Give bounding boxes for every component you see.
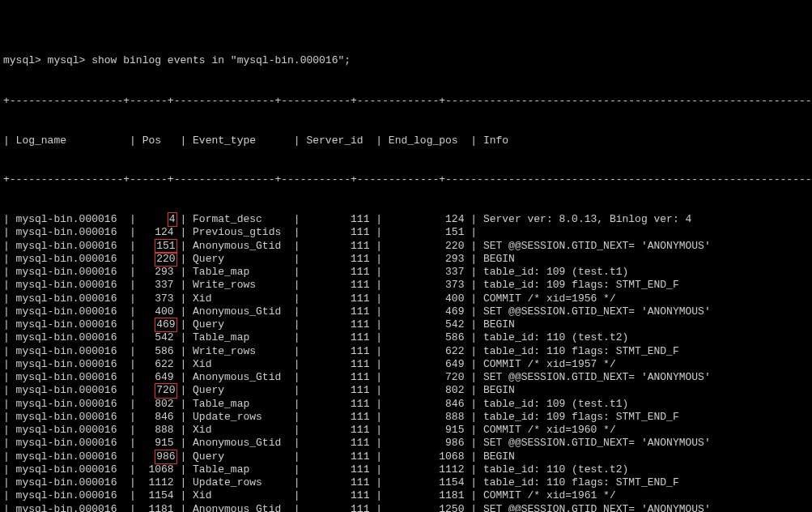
cell-server: 111 bbox=[306, 318, 369, 331]
cell-logname: mysql-bin.000016 bbox=[16, 345, 124, 358]
cell-endpos: 1154 bbox=[389, 476, 465, 489]
cell-server: 111 bbox=[306, 371, 369, 384]
cell-endpos: 400 bbox=[389, 292, 465, 305]
cell-server: 111 bbox=[306, 305, 369, 318]
cell-pos: 373 bbox=[142, 292, 174, 305]
cell-event: Table_map bbox=[193, 463, 287, 476]
cell-info: table_id: 110 flags: STMT_END_F bbox=[483, 345, 679, 358]
table-border-top: +------------------+------+-------------… bbox=[3, 95, 809, 108]
cell-endpos: 1181 bbox=[389, 489, 465, 502]
table-row: | mysql-bin.000016 | 586 | Write_rows | … bbox=[3, 345, 809, 358]
cell-logname: mysql-bin.000016 bbox=[16, 398, 124, 411]
cell-pos: 622 bbox=[142, 358, 174, 371]
cell-event: Previous_gtids bbox=[193, 226, 287, 239]
cell-info: COMMIT /* xid=1960 */ bbox=[483, 424, 616, 437]
table-row: | mysql-bin.000016 | 4 | Format_desc | 1… bbox=[3, 213, 809, 226]
cell-event: Write_rows bbox=[193, 345, 287, 358]
cell-endpos: 802 bbox=[389, 384, 465, 397]
cell-pos: 293 bbox=[142, 266, 174, 279]
table-header-row: | Log_name | Pos | Event_type | Server_i… bbox=[3, 134, 809, 147]
cell-info: SET @@SESSION.GTID_NEXT= 'ANONYMOUS' bbox=[483, 305, 711, 318]
cell-server: 111 bbox=[306, 345, 369, 358]
mysql-prompt[interactable]: mysql> mysql> show binlog events in "mys… bbox=[3, 54, 809, 67]
cell-info: BEGIN bbox=[483, 318, 515, 331]
table-row: | mysql-bin.000016 | 124 | Previous_gtid… bbox=[3, 226, 809, 239]
cell-endpos: 1250 bbox=[389, 503, 465, 513]
table-row: | mysql-bin.000016 | 220 | Query | 111 |… bbox=[3, 253, 809, 266]
col-header-event: Event_type bbox=[193, 134, 287, 147]
table-row: | mysql-bin.000016 | 1154 | Xid | 111 | … bbox=[3, 489, 809, 502]
cell-endpos: 915 bbox=[389, 424, 465, 437]
cell-logname: mysql-bin.000016 bbox=[16, 437, 124, 450]
table-row: | mysql-bin.000016 | 720 | Query | 111 |… bbox=[3, 384, 809, 397]
cell-logname: mysql-bin.000016 bbox=[16, 411, 124, 424]
cell-info: COMMIT /* xid=1956 */ bbox=[483, 292, 616, 305]
cell-event: Update_rows bbox=[193, 411, 287, 424]
table-row: | mysql-bin.000016 | 649 | Anonymous_Gti… bbox=[3, 371, 809, 384]
cell-info: table_id: 110 flags: STMT_END_F bbox=[483, 476, 679, 489]
cell-logname: mysql-bin.000016 bbox=[16, 331, 124, 344]
cell-endpos: 469 bbox=[389, 305, 465, 318]
cell-logname: mysql-bin.000016 bbox=[16, 358, 124, 371]
cell-info: BEGIN bbox=[483, 253, 515, 266]
cell-server: 111 bbox=[306, 437, 369, 450]
cell-endpos: 720 bbox=[389, 371, 465, 384]
cell-info: table_id: 110 (test.t2) bbox=[483, 463, 628, 476]
table-row: | mysql-bin.000016 | 1112 | Update_rows … bbox=[3, 476, 809, 489]
cell-server: 111 bbox=[306, 450, 369, 463]
cell-endpos: 1112 bbox=[389, 463, 465, 476]
cell-event: Query bbox=[193, 384, 287, 397]
cell-server: 111 bbox=[306, 292, 369, 305]
cell-endpos: 986 bbox=[389, 437, 465, 450]
cell-pos: 888 bbox=[142, 424, 174, 437]
cell-pos: 4 bbox=[142, 213, 174, 226]
cell-event: Anonymous_Gtid bbox=[193, 305, 287, 318]
col-header-info: Info bbox=[483, 134, 508, 147]
cell-event: Anonymous_Gtid bbox=[193, 503, 287, 513]
table-row: | mysql-bin.000016 | 846 | Update_rows |… bbox=[3, 411, 809, 424]
cell-endpos: 622 bbox=[389, 345, 465, 358]
cell-endpos: 124 bbox=[389, 213, 465, 226]
cell-server: 111 bbox=[306, 266, 369, 279]
cell-event: Anonymous_Gtid bbox=[193, 240, 287, 253]
cell-server: 111 bbox=[306, 331, 369, 344]
cell-endpos: 542 bbox=[389, 318, 465, 331]
cell-logname: mysql-bin.000016 bbox=[16, 292, 124, 305]
cell-pos: 986 bbox=[142, 450, 174, 463]
col-header-logname: Log_name bbox=[16, 134, 124, 147]
table-row: | mysql-bin.000016 | 802 | Table_map | 1… bbox=[3, 398, 809, 411]
cell-info: SET @@SESSION.GTID_NEXT= 'ANONYMOUS' bbox=[483, 503, 711, 513]
table-row: | mysql-bin.000016 | 469 | Query | 111 |… bbox=[3, 318, 809, 331]
table-row: | mysql-bin.000016 | 1068 | Table_map | … bbox=[3, 463, 809, 476]
col-header-server: Server_id bbox=[306, 134, 369, 147]
cell-pos: 220 bbox=[142, 253, 174, 266]
cell-event: Xid bbox=[193, 489, 287, 502]
cell-endpos: 220 bbox=[389, 240, 465, 253]
cell-server: 111 bbox=[306, 424, 369, 437]
cell-pos: 337 bbox=[142, 279, 174, 292]
cell-endpos: 586 bbox=[389, 331, 465, 344]
cell-event: Xid bbox=[193, 424, 287, 437]
cell-event: Anonymous_Gtid bbox=[193, 437, 287, 450]
cell-info: BEGIN bbox=[483, 450, 515, 463]
cell-logname: mysql-bin.000016 bbox=[16, 266, 124, 279]
cell-server: 111 bbox=[306, 503, 369, 513]
cell-event: Anonymous_Gtid bbox=[193, 371, 287, 384]
table-border-mid: +------------------+------+-------------… bbox=[3, 173, 809, 186]
cell-server: 111 bbox=[306, 398, 369, 411]
cell-server: 111 bbox=[306, 411, 369, 424]
cell-info: COMMIT /* xid=1961 */ bbox=[483, 489, 616, 502]
cell-endpos: 649 bbox=[389, 358, 465, 371]
table-row: | mysql-bin.000016 | 293 | Table_map | 1… bbox=[3, 266, 809, 279]
cell-server: 111 bbox=[306, 463, 369, 476]
cell-event: Query bbox=[193, 318, 287, 331]
cell-pos: 1112 bbox=[142, 476, 174, 489]
cell-endpos: 888 bbox=[389, 411, 465, 424]
cell-pos: 400 bbox=[142, 305, 174, 318]
table-row: | mysql-bin.000016 | 888 | Xid | 111 | 9… bbox=[3, 424, 809, 437]
cell-info: table_id: 109 flags: STMT_END_F bbox=[483, 279, 679, 292]
cell-info: COMMIT /* xid=1957 */ bbox=[483, 358, 616, 371]
cell-info: BEGIN bbox=[483, 384, 515, 397]
table-row: | mysql-bin.000016 | 400 | Anonymous_Gti… bbox=[3, 305, 809, 318]
cell-event: Table_map bbox=[193, 398, 287, 411]
